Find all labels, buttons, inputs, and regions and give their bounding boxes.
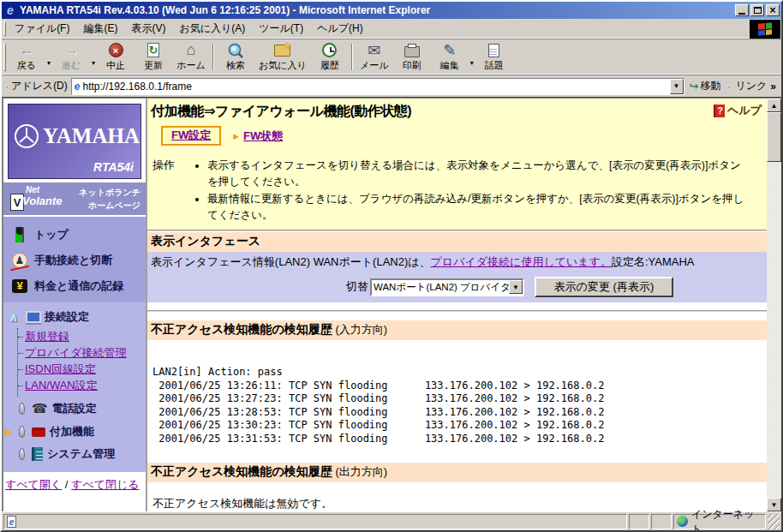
sidebar-link-lan-wan-settings[interactable]: LAN/WAN設定 xyxy=(25,378,98,393)
router-icon xyxy=(15,227,24,242)
computer-icon xyxy=(26,311,41,323)
status-panel xyxy=(651,514,672,529)
provider-connection-link[interactable]: プロバイダ接続に使用しています。 xyxy=(431,255,612,268)
sidebar-node-phone-settings[interactable]: ☎ 電話設定 xyxy=(3,397,146,421)
maximize-button[interactable] xyxy=(750,4,764,16)
content-frame: 付加機能⇒ファイアウォール機能(動作状態) ? ヘルプ FW設定 ► FW状態 … xyxy=(147,99,767,511)
home-button[interactable]: ⌂ ホーム xyxy=(172,40,210,74)
menu-file[interactable]: ファイル(F) xyxy=(8,19,76,39)
menu-view[interactable]: 表示(V) xyxy=(124,19,172,39)
toolbar-grip[interactable] xyxy=(3,21,6,36)
refresh-icon: ↻ xyxy=(147,43,159,57)
go-button[interactable]: ↪ 移動 xyxy=(684,79,726,93)
toolbar-grip[interactable] xyxy=(5,86,8,87)
toolbar-grip[interactable] xyxy=(727,86,730,87)
edit-dropdown-icon[interactable]: ▾ xyxy=(470,47,474,67)
tab-fw-settings[interactable]: FW設定 xyxy=(161,126,221,146)
sidebar-node-system-management[interactable]: システム管理 xyxy=(3,443,146,465)
expand-icon[interactable]: ∧ xyxy=(7,310,21,324)
print-button[interactable]: 印刷 xyxy=(393,40,431,74)
windows-logo-icon xyxy=(750,20,780,39)
minimize-button[interactable] xyxy=(735,4,749,16)
select-dropdown-icon[interactable]: ▼ xyxy=(509,280,523,294)
scrollbar-thumb[interactable] xyxy=(767,112,781,162)
sidebar-node-additional-functions[interactable]: ► 付加機能 xyxy=(3,421,146,443)
status-bar: e インターネット xyxy=(2,511,781,530)
notebook-icon xyxy=(32,447,43,461)
history-button[interactable]: 履歴 xyxy=(311,40,349,74)
search-button[interactable]: 検索 xyxy=(217,40,254,74)
tab-fw-status[interactable]: FW状態 xyxy=(243,129,283,144)
favorites-button[interactable]: ★ お気に入り xyxy=(254,40,311,74)
tree-node-icon[interactable] xyxy=(19,448,25,460)
edit-icon: ✎ xyxy=(443,41,456,59)
scroll-up-icon[interactable]: ▲ xyxy=(767,99,781,112)
stop-button[interactable]: × 中止 xyxy=(97,40,134,74)
resize-grip[interactable] xyxy=(768,514,780,529)
menu-tools[interactable]: ツール(T) xyxy=(252,19,310,39)
home-icon: ⌂ xyxy=(187,41,196,59)
tree-node-icon[interactable] xyxy=(19,403,25,415)
person-phone-icon: ♟ xyxy=(12,253,27,268)
links-bar[interactable]: リンク » xyxy=(732,79,780,93)
toolbar: ← 戻る ▾ → 進む ▾ × 中止 ↻ 更新 ⌂ ホーム xyxy=(2,39,781,75)
brand-name: YAMAHA xyxy=(43,124,140,148)
page-icon: e xyxy=(72,81,83,93)
toolbar-separator xyxy=(351,44,353,70)
log-line: 2001/06/25 13:27:23: TCP SYN flooding 13… xyxy=(152,392,767,406)
toolbar-grip[interactable] xyxy=(3,43,6,71)
ie-logo-icon: e xyxy=(3,3,17,17)
output-direction-body: 不正アクセス検知機能は無効です。 xyxy=(152,496,767,511)
output-direction-header: 不正アクセス検知機能の検知履歴 (出力方向) xyxy=(147,463,767,482)
sidebar-link-provider-management[interactable]: プロバイダ接続管理 xyxy=(25,345,127,361)
back-icon: ← xyxy=(19,41,34,59)
print-icon xyxy=(404,46,420,57)
discuss-button[interactable]: 話題 xyxy=(475,40,513,74)
address-input[interactable] xyxy=(82,80,669,93)
back-button[interactable]: ← 戻る xyxy=(8,40,45,74)
back-dropdown-icon[interactable]: ▾ xyxy=(47,47,51,67)
menu-edit[interactable]: 編集(E) xyxy=(76,19,124,39)
sidebar: YAMAHA RTA54i V Net Volante ネットボランチ ホームペ… xyxy=(2,99,147,511)
menu-favorites[interactable]: お気に入り(A) xyxy=(172,19,252,39)
close-all-link[interactable]: すべて閉じる xyxy=(71,478,140,491)
forward-button[interactable]: → 進む xyxy=(52,40,90,74)
discuss-icon xyxy=(488,44,499,57)
toolbar-separator xyxy=(212,44,214,70)
search-icon xyxy=(228,43,243,58)
address-dropdown-icon[interactable]: ▼ xyxy=(670,79,684,94)
netvolante-banner[interactable]: V Net Volante ネットボランチ ホームページ xyxy=(3,182,146,217)
sidebar-item-top[interactable]: トップ xyxy=(3,222,146,248)
switch-label: 切替 xyxy=(346,279,368,295)
vertical-scrollbar[interactable]: ▲ ▼ xyxy=(767,99,781,511)
sidebar-node-connection-settings[interactable]: ∧ 接続設定 xyxy=(3,306,146,328)
stop-icon: × xyxy=(109,43,123,57)
menu-help[interactable]: ヘルプ(H) xyxy=(310,19,370,39)
sidebar-link-isdn-settings[interactable]: ISDN回線設定 xyxy=(25,362,96,377)
footer-separator: / xyxy=(65,478,69,491)
help-link[interactable]: ? ヘルプ xyxy=(714,103,762,118)
open-all-link[interactable]: すべて開く xyxy=(5,478,62,491)
yamaha-logo: YAMAHA RTA54i xyxy=(8,104,141,179)
toolbox-icon xyxy=(32,427,45,437)
refresh-button[interactable]: ↻ 更新 xyxy=(134,40,172,74)
address-bar: アドレス(D) e ▼ ↪ 移動 リンク » xyxy=(2,75,781,98)
refresh-display-button[interactable]: 表示の変更 (再表示) xyxy=(535,277,673,297)
mail-button[interactable]: ✉ メール xyxy=(356,40,393,74)
scroll-down-icon[interactable]: ▼ xyxy=(767,498,781,511)
sidebar-item-manual-connect[interactable]: ♟ 手動接続と切断 xyxy=(3,248,146,273)
sidebar-link-new-registration[interactable]: 新規登録 xyxy=(25,329,69,344)
forward-dropdown-icon[interactable]: ▾ xyxy=(92,47,95,67)
log-line: 2001/06/25 13:31:53: TCP SYN flooding 13… xyxy=(152,433,767,446)
log-line: 2001/06/25 13:28:53: TCP SYN flooding 13… xyxy=(152,406,767,420)
interface-info-row: 表示インタフェース情報(LAN2) WANポート(LAN2)は、プロバイダ接続に… xyxy=(147,252,767,272)
interface-section-header: 表示インタフェース xyxy=(147,232,767,252)
close-button[interactable]: × xyxy=(766,4,780,16)
tree-node-icon[interactable] xyxy=(19,426,25,438)
interface-select[interactable]: WANポート(LAN2) プロバイダ:YAMAHA ▼ xyxy=(370,278,524,296)
page-title: 付加機能⇒ファイアウォール機能(動作状態) xyxy=(151,103,411,121)
netvolante-homepage-label: ネットボランチ ホームページ xyxy=(79,186,140,212)
edit-button[interactable]: ✎ 編集 xyxy=(431,40,469,74)
netvolante-logo-icon: V Net Volante xyxy=(9,185,62,212)
sidebar-item-charges-log[interactable]: ¥ 料金と通信の記録 xyxy=(3,273,146,299)
